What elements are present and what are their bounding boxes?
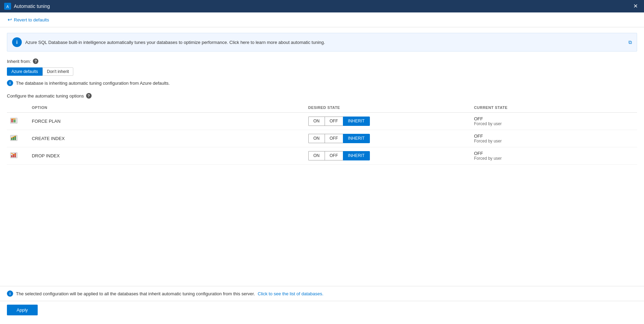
drop-index-off-btn[interactable]: OFF xyxy=(325,151,343,160)
col-current-state: CURRENT STATE xyxy=(471,103,637,113)
force-plan-inherit-btn[interactable]: INHERIT xyxy=(343,117,370,126)
inherit-buttons-group: Azure defaults Don't inherit xyxy=(7,67,637,76)
inherit-info-row: i The database is inheriting automatic t… xyxy=(7,80,637,86)
svg-rect-12 xyxy=(11,155,12,157)
title-bar-left: A Automatic tuning xyxy=(4,3,50,10)
info-circle-icon: i xyxy=(12,37,22,47)
force-plan-desired-state: ON OFF INHERIT xyxy=(306,113,472,130)
table-row: CREATE INDEX ON OFF INHERIT OFF Forced b… xyxy=(7,130,637,147)
col-desired-state: DESIRED STATE xyxy=(306,103,472,113)
force-plan-icon xyxy=(10,117,18,125)
inherit-from-text: Inherit from: xyxy=(7,59,31,64)
svg-rect-3 xyxy=(11,119,13,122)
create-index-on-btn[interactable]: ON xyxy=(308,134,325,143)
drop-index-on-btn[interactable]: ON xyxy=(308,151,325,160)
table-row: DROP INDEX ON OFF INHERIT OFF Forced by … xyxy=(7,147,637,165)
drop-index-icon-cell xyxy=(7,147,29,165)
bottom-link[interactable]: Click to see the list of databases. xyxy=(258,291,324,296)
create-index-current-state: OFF Forced by user xyxy=(471,130,637,147)
force-plan-on-btn[interactable]: ON xyxy=(308,117,325,126)
force-plan-current-state: OFF Forced by user xyxy=(471,113,637,130)
col-option: OPTION xyxy=(29,103,306,113)
main-content: i Azure SQL Database built-in intelligen… xyxy=(0,27,644,286)
drop-index-inherit-btn[interactable]: INHERIT xyxy=(343,151,370,160)
bottom-info-text: The selected configuration will be appli… xyxy=(16,291,255,296)
dont-inherit-button[interactable]: Don't inherit xyxy=(43,67,74,76)
azure-icon: A xyxy=(4,3,11,10)
drop-index-toggle: ON OFF INHERIT xyxy=(308,151,469,160)
svg-text:A: A xyxy=(6,4,9,9)
revert-defaults-button[interactable]: ↩ Revert to defaults xyxy=(6,15,51,24)
external-link-icon[interactable]: ⧉ xyxy=(628,39,632,45)
svg-rect-5 xyxy=(11,119,16,119)
drop-index-desired-state: ON OFF INHERIT xyxy=(306,147,472,165)
options-table: OPTION DESIRED STATE CURRENT STATE FORCE… xyxy=(7,103,637,165)
create-index-desired-state: ON OFF INHERIT xyxy=(306,130,472,147)
force-plan-toggle: ON OFF INHERIT xyxy=(308,117,469,126)
create-index-name: CREATE INDEX xyxy=(29,130,306,147)
force-plan-off-btn[interactable]: OFF xyxy=(325,117,343,126)
col-icon xyxy=(7,103,29,113)
info-banner-left: i Azure SQL Database built-in intelligen… xyxy=(12,37,325,47)
create-index-icon-cell xyxy=(7,130,29,147)
inherit-info-icon: i xyxy=(7,80,13,86)
title-bar-title: Automatic tuning xyxy=(14,3,50,9)
svg-rect-4 xyxy=(13,120,16,122)
create-index-off-btn[interactable]: OFF xyxy=(325,134,343,143)
title-bar: A Automatic tuning ✕ xyxy=(0,0,644,12)
drop-index-current-state: OFF Forced by user xyxy=(471,147,637,165)
inherit-info-text: The database is inheriting automatic tun… xyxy=(16,81,170,86)
inherit-from-help-icon[interactable]: ? xyxy=(33,58,38,64)
apply-bar: Apply xyxy=(0,301,644,319)
svg-rect-7 xyxy=(11,138,12,140)
configure-help-icon[interactable]: ? xyxy=(86,93,92,99)
azure-defaults-button[interactable]: Azure defaults xyxy=(7,67,43,76)
revert-icon: ↩ xyxy=(8,17,12,23)
create-index-toggle: ON OFF INHERIT xyxy=(308,134,469,143)
configure-label-text: Configure the automatic tuning options xyxy=(7,93,84,99)
revert-label: Revert to defaults xyxy=(14,17,49,22)
configure-label: Configure the automatic tuning options ? xyxy=(7,93,637,99)
force-plan-icon-cell xyxy=(7,113,29,130)
force-plan-name: FORCE PLAN xyxy=(29,113,306,130)
table-row: FORCE PLAN ON OFF INHERIT OFF Forced by … xyxy=(7,113,637,130)
bottom-info-bar: i The selected configuration will be app… xyxy=(0,286,644,301)
drop-index-name: DROP INDEX xyxy=(29,147,306,165)
apply-button[interactable]: Apply xyxy=(7,305,38,315)
bottom-info-icon: i xyxy=(7,290,13,297)
close-button[interactable]: ✕ xyxy=(631,2,640,10)
info-banner: i Azure SQL Database built-in intelligen… xyxy=(7,33,637,52)
table-header-row: OPTION DESIRED STATE CURRENT STATE xyxy=(7,103,637,113)
create-index-inherit-btn[interactable]: INHERIT xyxy=(343,134,370,143)
toolbar: ↩ Revert to defaults xyxy=(0,12,644,27)
info-banner-text: Azure SQL Database built-in intelligence… xyxy=(25,40,325,45)
create-index-icon xyxy=(10,134,18,142)
inherit-from-label: Inherit from: ? xyxy=(7,58,637,64)
drop-index-icon xyxy=(10,151,18,159)
